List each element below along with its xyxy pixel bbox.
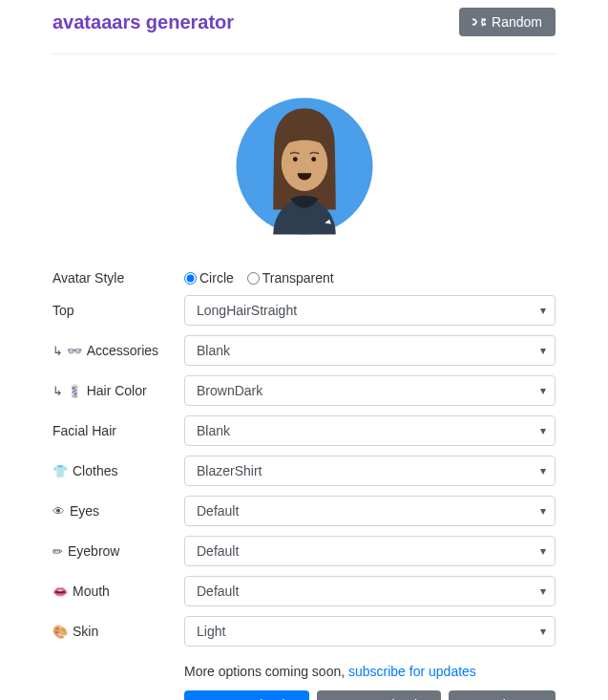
eyes-row: 👁Eyes Default [52, 496, 556, 526]
accessories-row: ↳ 👓Accessories Blank [52, 335, 556, 366]
avatar-style-row: Avatar Style Circle Transparent [52, 270, 556, 286]
shirt-icon: 👕 [52, 464, 68, 478]
radio-circle-input[interactable] [184, 272, 197, 285]
avatar-image [228, 83, 381, 249]
lips-icon: 👄 [52, 584, 68, 599]
palette-icon: 🎨 [52, 625, 68, 639]
radio-circle[interactable]: Circle [184, 270, 234, 286]
svg-point-1 [281, 136, 326, 191]
eyes-select[interactable]: Default [184, 496, 556, 526]
header: avataaars generator Random [52, 0, 556, 54]
show-react-button[interactable]: Show React [449, 690, 556, 700]
radio-transparent[interactable]: Transparent [247, 270, 334, 286]
eyes-label: 👁Eyes [52, 503, 184, 519]
random-button-label: Random [492, 14, 542, 30]
pencil-icon: ✏ [52, 544, 63, 559]
radio-transparent-input[interactable] [247, 272, 260, 285]
skin-row: 🎨Skin Light [52, 616, 556, 647]
barber-icon: ↳ 💈 [52, 384, 82, 398]
glasses-icon: ↳ 👓 [52, 344, 82, 358]
skin-select[interactable]: Light [184, 616, 556, 647]
hair-color-row: ↳ 💈Hair Color BrownDark [52, 375, 556, 406]
hair-color-select[interactable]: BrownDark [184, 375, 556, 406]
avatar-preview [52, 54, 556, 270]
facial-hair-select[interactable]: Blank [184, 415, 556, 446]
subscribe-link[interactable]: subscribe for updates [348, 664, 476, 679]
mouth-select[interactable]: Default [184, 576, 556, 606]
facial-hair-row: Facial Hair Blank [52, 415, 556, 446]
hair-color-label: ↳ 💈Hair Color [52, 383, 184, 398]
svg-point-3 [311, 157, 316, 161]
download-png-button[interactable]: Download PNG [184, 690, 309, 700]
download-svg-button[interactable]: Download SVG [317, 690, 441, 700]
clothes-select[interactable]: BlazerShirt [184, 456, 556, 486]
eyebrow-row: ✏Eyebrow Default [52, 536, 556, 566]
eyebrow-label: ✏Eyebrow [52, 543, 184, 559]
shuffle-icon [472, 15, 486, 29]
facial-hair-label: Facial Hair [52, 423, 184, 438]
mouth-label: 👄Mouth [52, 583, 184, 599]
clothes-label: 👕Clothes [52, 463, 184, 478]
footer-row: More options coming soon, subscribe for … [52, 656, 556, 700]
svg-point-2 [292, 157, 297, 161]
random-button[interactable]: Random [459, 8, 556, 36]
eyebrow-select[interactable]: Default [184, 536, 556, 566]
page-title: avataaars generator [52, 11, 234, 33]
accessories-select[interactable]: Blank [184, 335, 556, 366]
top-label: Top [52, 303, 184, 318]
avatar-style-label: Avatar Style [52, 270, 184, 286]
skin-label: 🎨Skin [52, 624, 184, 639]
mouth-row: 👄Mouth Default [52, 576, 556, 606]
more-options-text: More options coming soon, subscribe for … [184, 664, 556, 679]
clothes-row: 👕Clothes BlazerShirt [52, 456, 556, 486]
eye-icon: 👁 [52, 504, 65, 519]
top-select[interactable]: LongHairStraight [184, 295, 556, 326]
accessories-label: ↳ 👓Accessories [52, 343, 184, 358]
top-row: Top LongHairStraight [52, 295, 556, 326]
